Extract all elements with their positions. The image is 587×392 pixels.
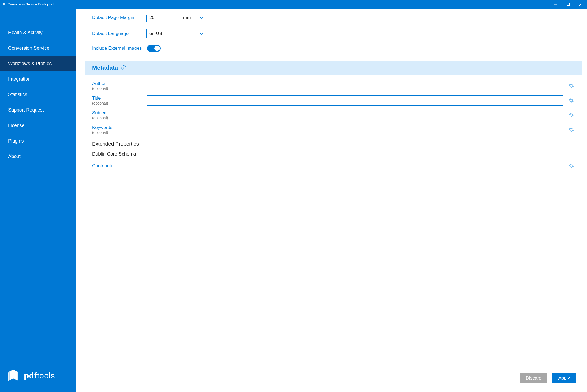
- select-value: en-US: [149, 31, 162, 36]
- input-subject[interactable]: [147, 110, 563, 120]
- chevron-down-icon: [199, 31, 204, 36]
- heading-dublin-core-schema: Dublin Core Schema: [92, 148, 575, 159]
- select-margin-unit[interactable]: mm: [180, 15, 207, 22]
- sidebar-item-support-request[interactable]: Support Request: [0, 102, 76, 118]
- section-title: Metadata: [92, 64, 118, 71]
- row-default-page-margin: Default Page Margin mm: [92, 15, 575, 26]
- row-include-external-images: Include External Images: [92, 42, 575, 55]
- row-metadata-contributor: Contributor: [92, 159, 575, 173]
- gear-icon: [569, 127, 574, 132]
- window-minimize-button[interactable]: [549, 0, 562, 9]
- label-optional: (optional): [92, 101, 142, 105]
- window-maximize-button[interactable]: [562, 0, 574, 9]
- sidebar-nav: Health & Activity Conversion Service Wor…: [0, 9, 76, 363]
- label-include-external-images: Include External Images: [92, 46, 142, 51]
- document-settings-form: Default Page Size A4 Default Page Margin: [85, 15, 582, 61]
- discard-button[interactable]: Discard: [520, 373, 548, 383]
- row-metadata-title: Title (optional): [92, 93, 575, 108]
- settings-button-keywords[interactable]: [568, 126, 575, 133]
- settings-scroll-area[interactable]: Document Settings i Default Page Size A4: [85, 15, 582, 369]
- window-titlebar: Conversion Service Configurator: [0, 0, 587, 9]
- label-keywords: Keywords: [92, 125, 142, 130]
- label-optional: (optional): [92, 116, 142, 120]
- sidebar-item-label: Conversion Service: [8, 45, 49, 51]
- svg-rect-1: [567, 3, 570, 6]
- chevron-down-icon: [199, 15, 204, 20]
- settings-button-title[interactable]: [568, 97, 575, 104]
- label-default-language: Default Language: [92, 31, 141, 36]
- settings-button-subject[interactable]: [568, 112, 575, 119]
- sidebar-item-label: Health & Activity: [8, 30, 42, 35]
- gear-icon: [569, 98, 574, 103]
- sidebar-item-statistics[interactable]: Statistics: [0, 87, 76, 102]
- select-value: mm: [183, 15, 191, 20]
- label-default-page-margin: Default Page Margin: [92, 15, 141, 20]
- settings-button-author[interactable]: [568, 82, 575, 89]
- label-optional: (optional): [92, 86, 142, 91]
- input-title[interactable]: [147, 95, 563, 106]
- sidebar-item-label: Statistics: [8, 92, 27, 97]
- sidebar-item-conversion-service[interactable]: Conversion Service: [0, 40, 76, 56]
- gear-icon: [569, 112, 574, 118]
- row-metadata-keywords: Keywords (optional): [92, 122, 575, 137]
- gear-icon: [569, 83, 574, 88]
- gear-icon: [569, 163, 574, 169]
- window-title: Conversion Service Configurator: [8, 2, 57, 6]
- sidebar-item-about[interactable]: About: [0, 149, 76, 164]
- label-title: Title: [92, 96, 142, 101]
- sidebar-item-label: Integration: [8, 76, 31, 82]
- label-contributor: Contributor: [92, 163, 142, 169]
- row-metadata-author: Author (optional): [92, 78, 575, 93]
- sidebar-item-license[interactable]: License: [0, 118, 76, 133]
- input-author[interactable]: [147, 81, 563, 91]
- sidebar-item-label: Workflows & Profiles: [8, 61, 52, 66]
- heading-extended-properties: Extended Properties: [92, 137, 575, 148]
- pdftools-logo-icon: [6, 370, 21, 382]
- sidebar-item-plugins[interactable]: Plugins: [0, 133, 76, 149]
- info-icon[interactable]: i: [121, 65, 126, 70]
- main-area: Document Settings i Default Page Size A4: [76, 9, 587, 392]
- sidebar: Health & Activity Conversion Service Wor…: [0, 9, 76, 392]
- apply-button[interactable]: Apply: [552, 373, 576, 383]
- panel-footer: Discard Apply: [85, 369, 582, 387]
- row-default-language: Default Language en-US: [92, 26, 575, 42]
- sidebar-brand: pdftools: [0, 363, 76, 392]
- sidebar-item-label: About: [8, 154, 21, 159]
- sidebar-item-label: Plugins: [8, 138, 24, 144]
- sidebar-item-label: Support Request: [8, 107, 44, 113]
- sidebar-item-integration[interactable]: Integration: [0, 71, 76, 87]
- app-logo-icon: [2, 2, 6, 6]
- row-metadata-subject: Subject (optional): [92, 108, 575, 122]
- settings-panel: Document Settings i Default Page Size A4: [85, 15, 582, 387]
- toggle-include-external-images[interactable]: [147, 45, 161, 52]
- sidebar-item-health-activity[interactable]: Health & Activity: [0, 25, 76, 40]
- input-contributor[interactable]: [147, 161, 563, 171]
- brand-text: pdftools: [24, 371, 55, 380]
- input-default-page-margin[interactable]: [146, 15, 176, 22]
- metadata-form: Author (optional) Title (optional): [85, 75, 582, 179]
- label-subject: Subject: [92, 110, 142, 116]
- input-keywords[interactable]: [147, 125, 563, 135]
- sidebar-item-label: License: [8, 123, 24, 128]
- window-close-button[interactable]: [574, 0, 587, 9]
- label-author: Author: [92, 81, 142, 86]
- select-default-language[interactable]: en-US: [146, 29, 207, 38]
- label-optional: (optional): [92, 130, 142, 135]
- sidebar-item-workflows-profiles[interactable]: Workflows & Profiles: [0, 56, 76, 71]
- section-header-metadata: Metadata i: [85, 61, 582, 75]
- settings-button-contributor[interactable]: [568, 162, 575, 169]
